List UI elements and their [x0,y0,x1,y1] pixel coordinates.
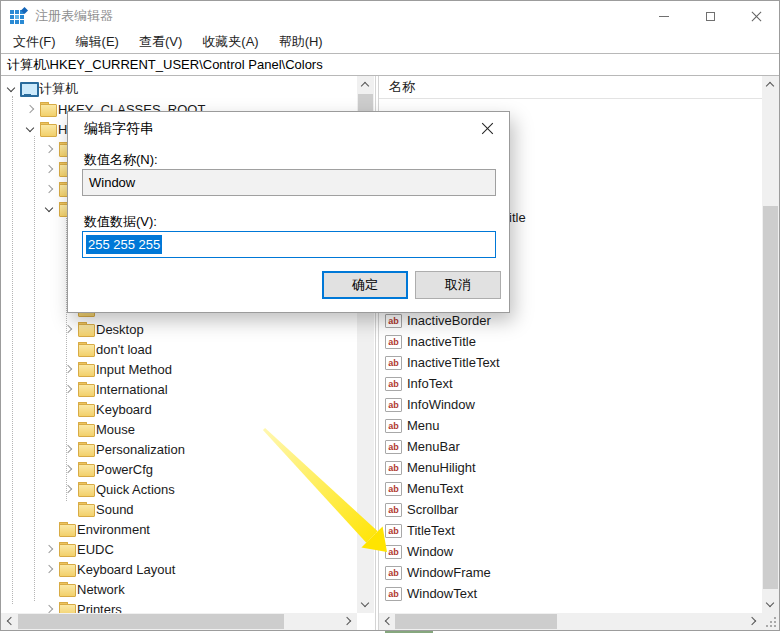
chevron-right-icon[interactable] [62,322,76,336]
tree-item-network[interactable]: Network [1,579,357,599]
tree-item-international[interactable]: International [1,379,357,399]
list-item-infotext[interactable]: abInfoText [385,373,500,394]
chevron-right-icon[interactable] [43,562,57,576]
tree-item-label: Desktop [96,322,144,337]
tree-item-keyboard[interactable]: Keyboard [1,399,357,419]
list-item-scrollbar[interactable]: abScrollbar [385,499,500,520]
chevron-spacer [43,522,57,536]
scroll-up-icon[interactable] [762,76,779,93]
tree-item-personalization[interactable]: Personalization [1,439,357,459]
tree-item-environment[interactable]: Environment [1,519,357,539]
chevron-down-icon[interactable] [24,122,38,136]
title-bar[interactable]: 注册表编辑器 [1,1,779,31]
tree-item-label: Network [77,582,125,597]
resize-grip[interactable] [762,613,779,630]
chevron-right-icon[interactable] [62,442,76,456]
value-name: MenuText [407,481,463,496]
list-item-windowtext[interactable]: abWindowText [385,583,500,604]
menu-item-4[interactable]: 帮助(H) [269,31,333,53]
value-name: WindowFrame [407,565,491,580]
list-hscroll-thumb[interactable] [395,614,557,629]
chevron-right-icon[interactable] [43,182,57,196]
tree-item-label: Mouse [96,422,135,437]
minimize-button[interactable] [641,1,687,31]
tree-item-keyboard-layout[interactable]: Keyboard Layout [1,559,357,579]
chevron-right-icon[interactable] [62,482,76,496]
ok-button[interactable]: 确定 [322,271,408,299]
chevron-right-icon[interactable] [43,142,57,156]
list-vscroll-thumb[interactable] [763,206,778,589]
folder-icon [78,423,94,436]
value-name: MenuBar [407,439,460,454]
tree-item-eudc[interactable]: EUDC [1,539,357,559]
tree-item-input-method[interactable]: Input Method [1,359,357,379]
list-item-menuhilight[interactable]: abMenuHilight [385,457,500,478]
menu-item-3[interactable]: 收藏夹(A) [192,31,268,53]
string-value-icon: ab [385,587,402,601]
tree-item-mouse[interactable]: Mouse [1,419,357,439]
chevron-right-icon[interactable] [43,602,57,613]
chevron-down-icon[interactable] [43,202,57,216]
tree-item-label: Keyboard Layout [77,562,175,577]
scroll-up-icon[interactable] [357,76,374,93]
tree-item-label: International [96,382,168,397]
chevron-right-icon[interactable] [24,102,38,116]
tree-item-label: Personalization [96,442,185,457]
string-value-icon: ab [385,440,402,454]
chevron-right-icon[interactable] [62,362,76,376]
list-item-menutext[interactable]: abMenuText [385,478,500,499]
scroll-left-icon[interactable] [379,613,396,630]
list-item-inactiveborder[interactable]: abInactiveBorder [385,310,500,331]
maximize-button[interactable] [687,1,733,31]
tree-item-计算机[interactable]: 计算机 [1,79,357,99]
chevron-right-icon[interactable] [43,542,57,556]
list-item-menu[interactable]: abMenu [385,415,500,436]
screen: 注册表编辑器 文件(F)编辑(E)查看(V)收藏夹(A)帮助(H) 计算机\HK… [0,0,780,633]
menu-item-2[interactable]: 查看(V) [129,31,192,53]
chevron-right-icon[interactable] [62,462,76,476]
folder-icon [78,363,94,376]
list-item-titletext[interactable]: abTitleText [385,520,500,541]
tree-item-desktop[interactable]: Desktop [1,319,357,339]
tree-hscroll-thumb[interactable] [18,614,284,629]
list-item-window[interactable]: abWindow [385,541,500,562]
list-item-inactivetitle[interactable]: abInactiveTitle [385,331,500,352]
close-button[interactable] [733,1,779,31]
chevron-right-icon[interactable] [62,382,76,396]
menu-item-1[interactable]: 编辑(E) [66,31,129,53]
cancel-button[interactable]: 取消 [415,271,501,299]
chevron-down-icon[interactable] [5,82,19,96]
list-item-inactivetitletext[interactable]: abInactiveTitleText [385,352,500,373]
list-item-infowindow[interactable]: abInfoWindow [385,394,500,415]
dialog-close-button[interactable] [471,116,503,140]
value-data-label: 数值数据(V): [84,213,157,231]
address-path[interactable]: 计算机\HKEY_CURRENT_USER\Control Panel\Colo… [1,54,779,75]
value-data-field[interactable]: 255 255 255 [82,231,496,258]
scroll-down-icon[interactable] [762,596,779,613]
scroll-down-icon[interactable] [357,596,374,613]
tree-item-don-t-load[interactable]: don't load [1,339,357,359]
scroll-right-icon[interactable] [745,613,762,630]
address-bar[interactable]: 计算机\HKEY_CURRENT_USER\Control Panel\Colo… [1,53,779,76]
list-item-menubar[interactable]: abMenuBar [385,436,500,457]
tree-horizontal-scrollbar[interactable] [1,613,357,630]
string-value-icon: ab [385,356,402,370]
list-item-windowframe[interactable]: abWindowFrame [385,562,500,583]
tree-item-sound[interactable]: Sound [1,499,357,519]
list-vertical-scrollbar[interactable] [762,76,779,613]
folder-icon [59,563,75,576]
value-name: MenuHilight [407,460,476,475]
scroll-left-icon[interactable] [1,613,18,630]
value-name-field[interactable]: Window [82,169,496,196]
value-name: Window [407,544,453,559]
tree-item-powercfg[interactable]: PowerCfg [1,459,357,479]
tree-item-quick-actions[interactable]: Quick Actions [1,479,357,499]
menu-bar: 文件(F)编辑(E)查看(V)收藏夹(A)帮助(H) [1,31,779,53]
column-header-name[interactable]: 名称 [379,76,763,99]
value-name: InactiveTitle [407,334,476,349]
chevron-right-icon[interactable] [43,162,57,176]
scroll-right-icon[interactable] [340,613,357,630]
tree-item-printers[interactable]: Printers [1,599,357,613]
menu-item-0[interactable]: 文件(F) [3,31,66,53]
list-horizontal-scrollbar[interactable] [379,613,762,630]
